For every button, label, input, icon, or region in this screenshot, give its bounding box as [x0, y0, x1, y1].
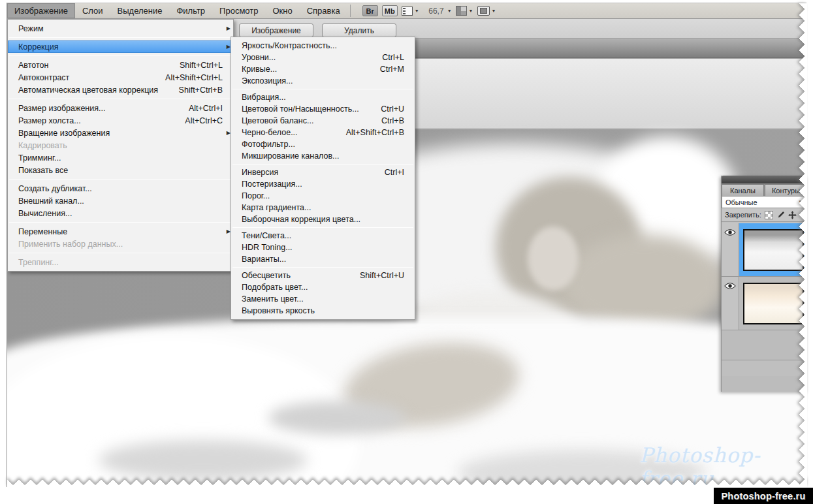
menu-item[interactable]: Цветовой тон/Насыщенность... Ctrl+U ▶	[231, 103, 415, 115]
lock-transparency-icon[interactable]	[765, 211, 773, 219]
menu-item-label: Размер изображения...	[18, 104, 105, 113]
menubar-item-label: Слои	[82, 6, 103, 16]
menu-item[interactable]: Обесцветить Shift+Ctrl+U ▶	[231, 270, 415, 281]
menu-item-label: Варианты...	[242, 255, 286, 264]
menu-item[interactable]: Автотон Shift+Ctrl+L ▶	[8, 59, 233, 71]
menu-item[interactable]: Подобрать цвет... ▶	[231, 281, 415, 293]
menu-item-label: Выровнять яркость	[242, 306, 315, 315]
menu-item[interactable]: Автоконтраст Alt+Shift+Ctrl+L ▶	[8, 71, 233, 84]
eye-icon	[724, 228, 736, 236]
menu-item[interactable]: Кривые... Ctrl+M ▶	[231, 63, 415, 75]
menu-item-label: Тени/Света...	[242, 231, 291, 240]
menu-item[interactable]: Постеризация... ▶	[231, 178, 415, 190]
tab-channels[interactable]: Каналы	[722, 184, 764, 196]
menubar-item[interactable]: Слои	[75, 3, 110, 18]
menu-item[interactable]: Вибрация... ▶	[231, 91, 415, 103]
menu-item[interactable]: Вычисления... ▶	[8, 207, 233, 219]
menu-item[interactable]: Микширование каналов... ▶	[231, 150, 415, 162]
menu-bar-items: Изображение Слои Выделение Фильтр Просмо…	[7, 3, 347, 18]
menu-item[interactable]: Создать дубликат... ▶	[8, 182, 233, 195]
menu-item[interactable]: Коррекция ▶	[8, 40, 233, 53]
menubar-item[interactable]: Фильтр	[169, 3, 212, 18]
extras-control[interactable]: ▼	[402, 7, 419, 16]
menu-item-label: Применить набор данных...	[18, 240, 123, 249]
menu-separator	[9, 37, 232, 38]
menu-item[interactable]: Тримминг... ▶	[8, 151, 233, 164]
menu-item[interactable]: Заменить цвет... ▶	[231, 293, 415, 305]
menu-item[interactable]: Порог... ▶	[231, 190, 415, 202]
menu-item[interactable]: Цветовой баланс... Ctrl+B ▶	[231, 115, 415, 127]
menu-item-label: HDR Toning...	[242, 243, 293, 252]
arrange-documents-control[interactable]: ▼	[456, 6, 473, 16]
menu-item[interactable]: Применить набор данных... ▶	[8, 238, 233, 250]
torn-edge-bottom	[7, 476, 806, 488]
menu-item[interactable]: Вращение изображения ▶	[8, 127, 233, 139]
menubar-item[interactable]: Выделение	[110, 3, 170, 18]
chevron-down-icon: ▼	[492, 8, 496, 13]
menubar-divider	[350, 5, 351, 17]
menu-separator	[9, 55, 232, 56]
menu-item[interactable]: Фотофильтр... ▶	[231, 138, 415, 150]
zoom-level-field[interactable]: 66,7	[423, 7, 445, 16]
menu-item[interactable]: Уровни... Ctrl+L ▶	[231, 52, 415, 63]
menu-item[interactable]: Варианты... ▶	[231, 253, 415, 265]
view-extras-icon	[402, 7, 413, 16]
menu-item-label: Автоконтраст	[18, 73, 69, 82]
menu-item[interactable]: HDR Toning... ▶	[231, 242, 415, 253]
menu-item[interactable]: Черно-белое... Alt+Shift+Ctrl+B ▶	[231, 127, 415, 138]
menubar-item-label: Окно	[272, 6, 292, 16]
chevron-down-icon: ▼	[447, 8, 452, 13]
menu-item[interactable]: Режим ▶	[8, 22, 233, 35]
menu-item[interactable]: Кадрировать ▶	[8, 139, 233, 151]
mini-bridge-button[interactable]: Mb	[382, 5, 398, 16]
menu-separator	[9, 179, 232, 180]
screen-mode-icon	[477, 6, 490, 16]
menu-item[interactable]: Автоматическая цветовая коррекция Shift+…	[8, 84, 233, 96]
menu-item-label: Вычисления...	[18, 209, 72, 218]
menu-item-label: Коррекция	[18, 42, 58, 52]
menu-item[interactable]: Экспозиция... ▶	[231, 75, 415, 87]
menu-item[interactable]: Выровнять яркость ▶	[231, 305, 415, 317]
menu-item[interactable]: Размер изображения... Alt+Ctrl+I ▶	[8, 102, 233, 114]
submenu-arrow-icon: ▶	[223, 130, 231, 136]
zoom-control[interactable]: 66,7 ▼	[423, 7, 452, 16]
menu-item[interactable]: Переменные ▶	[8, 225, 233, 238]
menu-item-label: Микширование каналов...	[242, 151, 340, 161]
menubar-item[interactable]: Просмотр	[212, 3, 265, 18]
menubar-item[interactable]: Изображение	[7, 3, 75, 18]
menu-item[interactable]: Инверсия Ctrl+I ▶	[231, 166, 415, 178]
crop-delete-button[interactable]: Удалить	[322, 24, 396, 37]
photo-woman-face	[528, 227, 579, 291]
menubar-item[interactable]: Окно	[265, 3, 299, 18]
menu-item-label: Внешний канал...	[18, 197, 84, 206]
menu-item[interactable]: Треппинг... ▶	[8, 256, 233, 268]
menu-item-shortcut: Alt+Ctrl+I	[180, 104, 223, 113]
menu-item[interactable]: Внешний канал... ▶	[8, 195, 233, 207]
menu-item-label: Показать все	[18, 166, 68, 175]
screen-mode-control[interactable]: ▼	[477, 6, 496, 16]
lock-paint-brush-icon[interactable]	[776, 211, 785, 219]
menu-item[interactable]: Яркость/Контрастность... ▶	[231, 40, 415, 52]
chevron-down-icon: ▼	[469, 8, 473, 13]
menu-item[interactable]: Размер холста... Alt+Ctrl+C ▶	[8, 114, 233, 127]
menu-item-label: Тримминг...	[18, 153, 61, 163]
menu-item[interactable]: Выборочная коррекция цвета... ▶	[231, 213, 415, 225]
menu-item[interactable]: Тени/Света... ▶	[231, 230, 415, 242]
menu-item-shortcut: Ctrl+M	[371, 65, 404, 74]
menu-item[interactable]: Показать все ▶	[8, 164, 233, 176]
menu-item[interactable]: Карта градиента... ▶	[231, 202, 415, 213]
menu-item-shortcut: Alt+Ctrl+C	[176, 116, 223, 125]
crop-image-button[interactable]: Изображение	[239, 24, 313, 37]
menu-item-label: Фотофильтр...	[242, 140, 295, 149]
visibility-toggle[interactable]	[722, 223, 739, 276]
menu-separator	[9, 253, 232, 253]
menubar-item-label: Фильтр	[176, 6, 205, 16]
menu-item-label: Вращение изображения	[18, 129, 110, 138]
menu-item-label: Треппинг...	[18, 258, 59, 267]
menu-item-label: Карта градиента...	[242, 203, 311, 212]
bridge-button[interactable]: Br	[362, 5, 378, 16]
menu-item-label: Подобрать цвет...	[242, 283, 308, 292]
visibility-toggle[interactable]	[722, 277, 739, 330]
menubar-item[interactable]: Справка	[300, 3, 347, 18]
blend-mode-value: Обычные	[725, 198, 757, 206]
